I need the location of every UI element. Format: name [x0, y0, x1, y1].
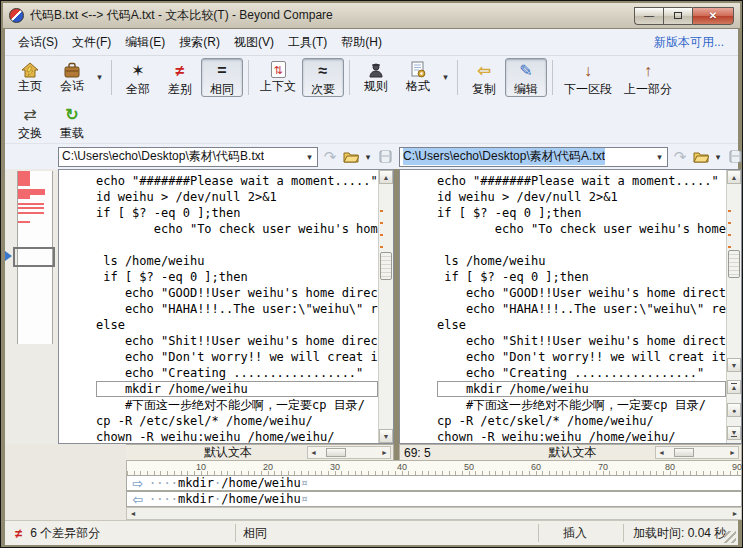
scroll-right-icon[interactable]: ►	[379, 449, 390, 456]
resize-grip[interactable]	[724, 531, 736, 543]
code-line[interactable]	[96, 237, 378, 253]
code-line[interactable]: else	[96, 317, 378, 333]
next-section-button[interactable]: ↓ 下一区段	[558, 58, 618, 97]
left-line-detail[interactable]: ⇨ ····mkdir·/home/weihu¤	[126, 475, 742, 491]
menu-item[interactable]: 搜索(R)	[172, 31, 227, 53]
center-current-icon[interactable]: ●	[727, 403, 741, 417]
prev-section-button[interactable]: ↑ 上一部分	[618, 58, 678, 97]
copy-button[interactable]: ⇦ 复制	[463, 58, 505, 97]
code-line[interactable]: id weihu > /dev/null 2>&1	[96, 189, 378, 205]
overview-viewport-box[interactable]	[13, 247, 55, 267]
scroll-left-icon[interactable]: ◄	[308, 449, 319, 456]
show-diffs-button[interactable]: ≠ 差别	[159, 58, 201, 97]
right-editor-pane[interactable]: echo "#######Please wait a moment....."i…	[399, 169, 742, 444]
reload-button[interactable]: ↻ 重载	[51, 102, 93, 140]
format-button[interactable]: 格式	[397, 58, 439, 97]
diff-overview-map[interactable]	[5, 169, 58, 444]
right-syntax-format[interactable]: 默认文本	[490, 444, 655, 461]
close-button[interactable]: ✕	[692, 7, 734, 25]
code-line[interactable]: ls /home/weihu	[96, 253, 378, 269]
home-button[interactable]: 主页	[9, 58, 51, 97]
code-line[interactable]: chown -R weihu:weihu /home/weihu/	[96, 429, 378, 443]
maximize-button[interactable]	[663, 7, 692, 25]
scroll-left-icon[interactable]: ◄	[656, 449, 667, 456]
right-path-combobox[interactable]: C:\Users\echo\Desktop\素材\代码A.txt ▾	[399, 147, 668, 167]
right-code-area[interactable]: echo "#######Please wait a moment....."i…	[400, 170, 726, 443]
context-button[interactable]: ⇅ 上下文	[254, 58, 302, 97]
swap-button[interactable]: ⇄ 交换	[9, 102, 51, 140]
code-line[interactable]: echo "GOOD!!User weihu's home directory	[96, 285, 378, 301]
detail-horizontal-scrollbar[interactable]: ◄ ►	[126, 507, 742, 520]
left-editor-pane[interactable]: echo "#######Please wait a moment....."i…	[58, 169, 394, 444]
code-line[interactable]: echo "#######Please wait a moment....."	[437, 173, 726, 189]
code-line[interactable]: echo "HAHA!!!..The user:\"weihu\" real	[437, 301, 726, 317]
code-line[interactable]: cp -R /etc/skel/* /home/weihu/	[96, 413, 378, 429]
code-line[interactable]: chown -R weihu:weihu /home/weihu/	[437, 429, 726, 443]
rules-button[interactable]: 规则	[355, 58, 397, 97]
scroll-left-icon[interactable]: ◄	[127, 510, 139, 517]
minor-diffs-button[interactable]: ≈ 次要	[302, 58, 344, 97]
code-line[interactable]: if [ $? -eq 0 ];then	[437, 269, 726, 285]
code-line[interactable]: echo "Don't worry!! we will creat it...	[96, 349, 378, 365]
sessions-button[interactable]: 会话	[51, 58, 93, 97]
left-vertical-scrollbar[interactable]: ▲ ▼	[378, 170, 393, 443]
left-syntax-format[interactable]: 默认文本	[149, 444, 307, 461]
left-recompare-icon[interactable]: ↷	[321, 148, 339, 166]
code-line[interactable]: if [ $? -eq 0 ];then	[96, 205, 378, 221]
left-save-icon[interactable]	[376, 148, 394, 166]
menu-item[interactable]: 视图(V)	[227, 31, 281, 53]
code-line[interactable]: echo "#######Please wait a moment....."	[96, 173, 378, 189]
right-scroll-thumb[interactable]	[728, 250, 740, 278]
right-folder-dropdown[interactable]: ▾	[713, 148, 723, 166]
code-line[interactable]: echo "GOOD!!User weihu's home directory	[437, 285, 726, 301]
right-save-icon[interactable]	[726, 148, 743, 166]
left-code-area[interactable]: echo "#######Please wait a moment....."i…	[59, 170, 378, 443]
menu-item[interactable]: 工具(T)	[281, 31, 334, 53]
scroll-down-icon[interactable]: ▼	[379, 429, 393, 443]
show-all-button[interactable]: ✶ 全部	[117, 58, 159, 97]
code-line[interactable]: #下面这一步绝对不能少啊，一定要cp 目录/	[437, 397, 726, 413]
code-line[interactable]: #下面这一步绝对不能少啊，一定要cp 目录/	[96, 397, 378, 413]
left-scroll-thumb[interactable]	[380, 252, 392, 280]
last-diff-icon[interactable]: ▼	[727, 426, 741, 440]
code-line[interactable]: echo "Creating ................."	[437, 365, 726, 381]
scroll-up-icon[interactable]: ▲	[727, 170, 741, 184]
code-line[interactable]: echo "Shit!!User weihu's home directory	[96, 333, 378, 349]
code-line[interactable]	[437, 237, 726, 253]
code-line[interactable]: id weihu > /dev/null 2>&1	[437, 189, 726, 205]
code-line[interactable]: echo "To check user weihu's home dire	[96, 221, 378, 237]
scroll-up-icon[interactable]: ▲	[379, 170, 393, 184]
code-line[interactable]: mkdir /home/weihu	[437, 381, 726, 397]
menu-item[interactable]: 会话(S)	[11, 31, 65, 53]
right-vertical-scrollbar[interactable]: ▲ ▼ ▲ ● ▼	[726, 170, 741, 443]
scroll-right-icon[interactable]: ►	[729, 510, 741, 517]
menu-item[interactable]: 编辑(E)	[118, 31, 172, 53]
code-line[interactable]: echo "Creating ................."	[96, 365, 378, 381]
right-recompare-icon[interactable]: ↷	[671, 148, 689, 166]
show-same-button[interactable]: = 相同	[201, 58, 243, 97]
code-line[interactable]: mkdir /home/weihu	[96, 381, 378, 397]
code-line[interactable]: echo "HAHA!!!..The user:\"weihu\" real	[96, 301, 378, 317]
menu-item[interactable]: 文件(F)	[65, 31, 118, 53]
scroll-down-icon[interactable]: ▼	[727, 358, 741, 372]
scroll-right-icon[interactable]: ►	[727, 449, 738, 456]
code-line[interactable]: echo "Shit!!User weihu's home directory	[437, 333, 726, 349]
left-folder-dropdown[interactable]: ▾	[363, 148, 373, 166]
left-path-combobox[interactable]: C:\Users\echo\Desktop\素材\代码B.txt ▾	[58, 147, 318, 167]
code-line[interactable]: cp -R /etc/skel/* /home/weihu/	[437, 413, 726, 429]
sessions-dropdown[interactable]: ▾	[93, 58, 106, 97]
right-open-folder-icon[interactable]	[692, 148, 710, 166]
new-version-link[interactable]: 新版本可用...	[654, 34, 732, 51]
minimize-button[interactable]: —	[634, 7, 663, 25]
left-open-folder-icon[interactable]	[342, 148, 360, 166]
code-line[interactable]: if [ $? -eq 0 ];then	[96, 269, 378, 285]
format-dropdown[interactable]: ▾	[439, 58, 452, 97]
menu-item[interactable]: 帮助(H)	[334, 31, 389, 53]
edit-button[interactable]: ✎ 编辑	[505, 58, 547, 97]
left-horizontal-scrollbar[interactable]: ◄ ►	[307, 446, 391, 459]
code-line[interactable]: if [ $? -eq 0 ];then	[437, 205, 726, 221]
first-diff-icon[interactable]: ▲	[727, 380, 741, 394]
code-line[interactable]: echo "Don't worry!! we will creat it...	[437, 349, 726, 365]
code-line[interactable]: else	[437, 317, 726, 333]
code-line[interactable]: ls /home/weihu	[437, 253, 726, 269]
